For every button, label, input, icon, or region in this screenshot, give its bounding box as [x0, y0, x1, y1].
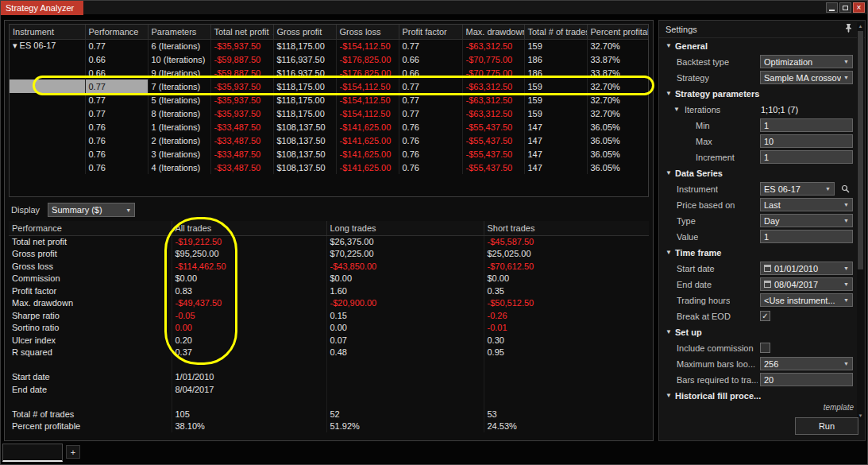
section-time-frame[interactable]: ▼ Time frame	[659, 245, 856, 261]
cell-performance: 0.66	[85, 52, 148, 66]
result-row[interactable]: ▾ ES 06-17 0.77 6 (Iterations) -$35,937.…	[10, 39, 649, 52]
results-rows: ▾ ES 06-17 0.77 6 (Iterations) -$35,937.…	[10, 39, 649, 174]
scrollbar-thumb[interactable]	[858, 31, 863, 269]
add-tab-button[interactable]: +	[66, 445, 80, 459]
minimize-button[interactable]	[826, 2, 838, 13]
section-set-up[interactable]: ▼ Set up	[659, 324, 856, 340]
section-general[interactable]: ▼ General	[659, 38, 856, 54]
trading-hours-combo[interactable]: <Use instrument... ▼	[760, 293, 853, 307]
section-data-series[interactable]: ▼ Data Series	[659, 165, 856, 181]
col-header-max-drawdown[interactable]: Max. drawdown	[462, 25, 524, 39]
col-header-total-net-profit[interactable]: Total net profit▲	[210, 25, 273, 39]
template-link[interactable]: template	[824, 403, 854, 412]
cell-metric-label	[9, 396, 172, 409]
min-input[interactable]: 1	[760, 118, 853, 132]
cell-parameters: 4 (Iterations)	[148, 161, 210, 174]
cell-metric-label: Sortino ratio	[9, 322, 172, 335]
result-row[interactable]: 0.77 8 (Iterations) -$35,937.50 $118,175…	[10, 107, 649, 120]
cell-profit-factor: 0.77	[399, 39, 462, 52]
chevron-down-icon: ▼	[125, 207, 131, 213]
result-row[interactable]: 0.76 4 (Iterations) -$33,487.50 $108,137…	[10, 161, 649, 174]
settings-header: Settings	[659, 21, 865, 38]
increment-input[interactable]: 1	[760, 150, 853, 164]
col-header-parameters[interactable]: Parameters	[148, 25, 210, 39]
cell-profit-factor: 0.77	[399, 93, 462, 107]
restore-icon	[843, 6, 848, 10]
scroll-up-icon[interactable]: ▲	[857, 22, 864, 30]
include-commission-checkbox[interactable]	[760, 343, 770, 353]
start-date-picker[interactable]: 01/01/2010 ▼	[760, 262, 853, 275]
cell-long-trades: 0.15	[326, 309, 484, 322]
backtest-type-combo[interactable]: Optimization ▼	[760, 55, 853, 68]
run-button[interactable]: Run	[795, 417, 858, 435]
field-value: Value 1	[659, 229, 856, 245]
field-iterations[interactable]: ▼ Iterations 1;10;1 (7)	[659, 102, 856, 118]
maximum-bars-combo[interactable]: 256 ▼	[760, 357, 853, 370]
restore-button[interactable]	[839, 2, 851, 13]
col-header-all-trades[interactable]: All trades	[172, 221, 326, 235]
col-header-performance[interactable]: Performance	[85, 25, 148, 39]
cell-long-trades	[326, 383, 484, 396]
field-backtest-type: Backtest type Optimization ▼	[659, 54, 856, 70]
chevron-down-icon: ▼	[843, 293, 849, 308]
col-header-percent-profitable[interactable]: Percent profitab	[587, 25, 649, 39]
cell-long-trades: $70,225.00	[326, 248, 484, 261]
col-header-short-trades[interactable]: Short trades	[484, 221, 649, 235]
break-at-eod-checkbox[interactable]: ✓	[760, 311, 770, 321]
cell-gross-profit: $116,937.50	[273, 52, 336, 66]
cell-profit-factor: 0.77	[399, 107, 462, 120]
section-historical-fill[interactable]: ▼ Historical fill proce...	[659, 388, 856, 404]
cell-profit-factor: 0.76	[399, 120, 462, 134]
value-input[interactable]: 1	[760, 230, 853, 243]
col-header-total-trades[interactable]: Total # of trades	[524, 25, 587, 39]
cell-instrument	[10, 79, 85, 93]
result-row[interactable]: 0.77 7 (Iterations) -$35,937.50 $118,175…	[10, 79, 649, 93]
cell-long-trades: $0.00	[326, 273, 484, 285]
strategy-combo[interactable]: Sample MA crossove ▼	[760, 71, 853, 84]
cell-short-trades: $25,025.00	[484, 248, 649, 261]
cell-short-trades: $0.00	[484, 273, 649, 285]
cell-metric-label	[9, 358, 172, 371]
result-row[interactable]: 0.66 10 (Iterations) -$59,887.50 $116,93…	[10, 52, 649, 66]
cell-instrument	[10, 52, 85, 66]
cell-long-trades: 1.60	[326, 285, 484, 297]
result-row[interactable]: 0.76 3 (Iterations) -$33,487.50 $108,137…	[10, 147, 649, 161]
col-header-profit-factor[interactable]: Profit factor	[399, 25, 462, 39]
instrument-combo[interactable]: ES 06-17 ▼	[760, 182, 835, 196]
cell-metric-label: Max. drawdown	[9, 297, 172, 310]
bars-required-input[interactable]: 20	[760, 373, 853, 386]
cell-metric-label: Percent profitable	[9, 420, 172, 433]
search-icon[interactable]	[839, 183, 851, 195]
check-icon: ✓	[762, 312, 768, 320]
cell-all-trades: -$19,212.50	[172, 235, 326, 248]
col-header-gross-profit[interactable]: Gross profit	[273, 25, 336, 39]
end-date-picker[interactable]: 08/04/2017 ▼	[760, 277, 853, 291]
section-strategy-parameters[interactable]: ▼ Strategy parameters	[659, 86, 856, 102]
pin-icon[interactable]	[845, 24, 852, 34]
cell-gross-loss: -$154,112.50	[336, 93, 399, 107]
result-row[interactable]: 0.76 2 (Iterations) -$33,487.50 $108,137…	[10, 134, 649, 147]
result-row[interactable]: 0.76 1 (Iterations) -$33,487.50 $108,137…	[10, 120, 649, 134]
result-row[interactable]: 0.77 5 (Iterations) -$35,937.50 $118,175…	[10, 93, 649, 107]
analyzer-tab[interactable]	[2, 444, 63, 462]
max-input[interactable]: 10	[760, 134, 853, 148]
type-combo[interactable]: Day ▼	[760, 214, 853, 227]
col-header-long-trades[interactable]: Long trades	[326, 221, 484, 235]
summary-table: Performance All trades Long trades Short…	[9, 221, 649, 432]
col-header-gross-loss[interactable]: Gross loss	[336, 25, 399, 39]
cell-metric-label: Ulcer index	[9, 334, 172, 347]
cell-percent-profitable: 33.87%	[587, 66, 649, 79]
settings-scrollbar[interactable]: ▲ ▼	[857, 22, 864, 420]
settings-title: Settings	[665, 25, 697, 34]
cell-short-trades: 53	[484, 408, 649, 420]
col-header-performance-metric[interactable]: Performance	[9, 221, 172, 235]
cell-total-trades: 159	[524, 107, 587, 120]
window-title-tab[interactable]: Strategy Analyzer	[1, 1, 83, 15]
close-button[interactable]: ×	[853, 2, 865, 13]
display-selector[interactable]: Summary ($) ▼	[48, 203, 135, 217]
result-row[interactable]: 0.66 9 (Iterations) -$59,887.50 $116,937…	[10, 66, 649, 79]
col-header-instrument[interactable]: Instrument	[10, 25, 85, 39]
cell-percent-profitable: 36.05%	[587, 120, 649, 134]
cell-long-trades: $26,375.00	[326, 235, 484, 248]
price-based-on-combo[interactable]: Last ▼	[760, 198, 853, 211]
